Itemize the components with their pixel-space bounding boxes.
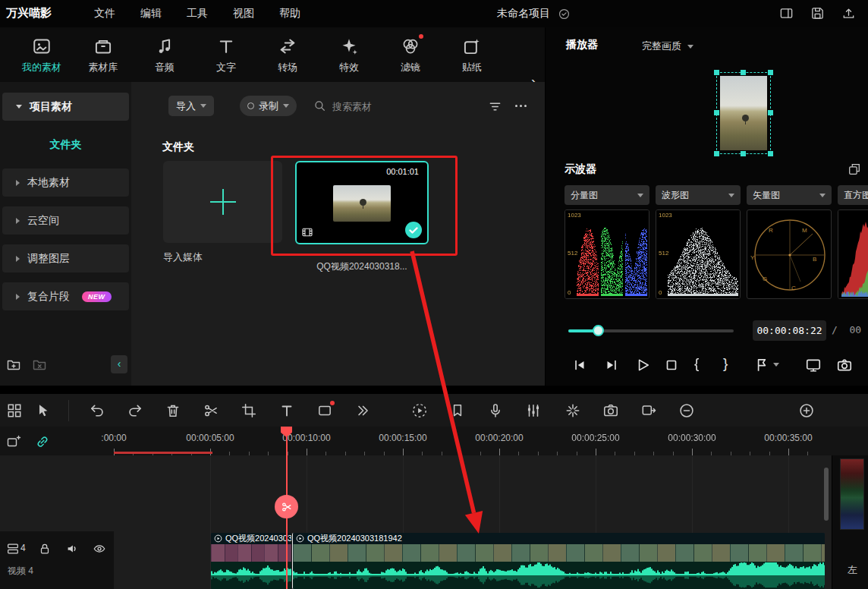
screen-record-icon[interactable]: [602, 402, 619, 419]
split-scissors-icon[interactable]: [203, 402, 219, 419]
menu-file[interactable]: 文件: [94, 7, 115, 20]
layout-icon[interactable]: [779, 6, 794, 20]
transform-handle[interactable]: [741, 70, 746, 75]
timecode-total: / 00: [832, 324, 861, 335]
snapshot-camera-icon[interactable]: [836, 357, 853, 373]
effects-burst-icon[interactable]: [565, 402, 581, 419]
media-item-card[interactable]: 00:01:01: [295, 161, 429, 244]
render-preview-icon[interactable]: [411, 402, 428, 419]
track-manager-icon[interactable]: [6, 402, 23, 419]
timeline-clip-2[interactable]: QQ视频20240303181942: [292, 533, 825, 589]
tab-label: 音频: [155, 61, 175, 74]
caret-right-icon: [16, 218, 20, 224]
scopes-popout-icon[interactable]: [848, 162, 861, 176]
delete-icon[interactable]: [165, 402, 181, 419]
audio-mixer-icon[interactable]: [525, 402, 542, 419]
track-area[interactable]: 4 视频 4 QQ视频20240303181942: [0, 455, 868, 589]
sidebar-item-compound-clip[interactable]: 复合片段 NEW: [2, 282, 129, 310]
timeline-clip-1[interactable]: QQ视频20240303181942: [211, 533, 291, 589]
redo-icon[interactable]: [127, 402, 143, 419]
export-frame-icon[interactable]: [640, 402, 657, 419]
scope-parade-dropdown[interactable]: 分量图: [565, 185, 649, 205]
timecode-display[interactable]: 00:00:08:22: [753, 320, 826, 341]
add-text-icon[interactable]: [278, 402, 295, 419]
mask-icon[interactable]: [316, 402, 333, 419]
filter-icon[interactable]: [488, 99, 502, 114]
transform-handle[interactable]: [714, 110, 719, 115]
tab-effects[interactable]: 特效: [318, 36, 380, 74]
mark-out-icon[interactable]: }: [723, 355, 728, 372]
transform-handle[interactable]: [714, 151, 719, 156]
zoom-out-icon[interactable]: [678, 402, 695, 419]
sidebar-item-local-media[interactable]: 本地素材: [2, 169, 129, 197]
search-input[interactable]: [331, 96, 432, 116]
tree-image: [742, 115, 749, 121]
next-frame-icon[interactable]: [603, 357, 620, 373]
tab-stickers[interactable]: 贴纸: [441, 36, 503, 74]
tab-text[interactable]: 文字: [195, 36, 257, 74]
play-icon[interactable]: [634, 357, 651, 373]
tab-filters[interactable]: 滤镜: [379, 36, 442, 74]
record-dropdown-button[interactable]: 录制: [240, 96, 297, 116]
ruler-tick: [403, 449, 404, 455]
hide-track-icon[interactable]: [93, 542, 106, 556]
marker-icon[interactable]: [449, 402, 466, 419]
menu-tools[interactable]: 工具: [187, 7, 208, 20]
tab-audio[interactable]: 音频: [134, 36, 196, 74]
tab-transitions[interactable]: 转场: [256, 36, 319, 74]
clip-play-icon: [214, 534, 222, 543]
scope-histogram-dropdown[interactable]: 直方图: [838, 185, 868, 205]
delete-folder-icon[interactable]: [32, 357, 47, 372]
menu-view[interactable]: 视图: [233, 7, 254, 20]
import-dropdown-button[interactable]: 导入: [168, 96, 214, 116]
scope-vector-dropdown[interactable]: 矢量图: [747, 185, 832, 205]
mark-in-icon[interactable]: {: [694, 355, 699, 372]
tab-stock-media[interactable]: 素材库: [72, 36, 134, 74]
sidebar-item-adjustment-layer[interactable]: 调整图层: [2, 244, 129, 272]
sidebar-item-folder-selected[interactable]: 文件夹: [0, 138, 131, 152]
collapse-sidebar-button[interactable]: ‹: [111, 355, 127, 373]
previous-frame-icon[interactable]: [571, 357, 588, 373]
transform-handle[interactable]: [768, 70, 773, 75]
undo-icon[interactable]: [89, 402, 105, 419]
lock-track-icon[interactable]: [38, 542, 52, 556]
scope-waveform-dropdown[interactable]: 波形图: [656, 185, 741, 205]
track-layers-icon[interactable]: [6, 542, 20, 556]
sidebar-item-cloud[interactable]: 云空间: [2, 206, 129, 235]
new-folder-icon[interactable]: [6, 357, 21, 372]
transform-handle[interactable]: [741, 151, 746, 156]
menu-help[interactable]: 帮助: [279, 7, 300, 20]
mute-track-icon[interactable]: [65, 542, 79, 556]
export-cloud-icon[interactable]: [841, 6, 856, 20]
save-icon[interactable]: [810, 6, 825, 20]
import-media-tile[interactable]: [163, 161, 282, 243]
media-section-title: 文件夹: [162, 140, 194, 154]
crop-icon[interactable]: [241, 402, 257, 419]
playback-slider-knob[interactable]: [593, 325, 604, 336]
project-title[interactable]: 未命名项目: [497, 7, 550, 20]
voiceover-mic-icon[interactable]: [487, 402, 504, 419]
marker-flag-icon[interactable]: [753, 357, 770, 373]
zoom-in-icon[interactable]: [798, 402, 815, 419]
more-tools-icon[interactable]: [354, 402, 371, 419]
sidebar-group-project-media[interactable]: 项目素材: [2, 93, 129, 121]
preview-selection-box[interactable]: [716, 72, 771, 154]
transform-handle[interactable]: [768, 110, 773, 115]
vertical-scrollbar[interactable]: [824, 468, 829, 521]
caret-right-icon: [16, 256, 20, 262]
track-number: 4: [20, 543, 26, 553]
select-cursor-icon[interactable]: [36, 402, 52, 419]
more-options-icon[interactable]: [515, 105, 527, 107]
tab-my-media[interactable]: 我的素材: [11, 36, 73, 74]
chevron-down-icon[interactable]: [773, 363, 779, 367]
transform-handle[interactable]: [768, 151, 773, 156]
quality-dropdown[interactable]: 完整画质: [642, 39, 693, 53]
fullscreen-monitor-icon[interactable]: [805, 357, 822, 373]
duration-badge: 00:01:01: [383, 166, 422, 177]
menu-edit[interactable]: 编辑: [140, 7, 162, 20]
stop-icon[interactable]: [663, 357, 680, 373]
split-at-playhead-button[interactable]: [275, 495, 298, 518]
transform-handle[interactable]: [714, 70, 719, 75]
preview-video-frame[interactable]: [720, 76, 767, 150]
plus-icon: [222, 189, 224, 215]
